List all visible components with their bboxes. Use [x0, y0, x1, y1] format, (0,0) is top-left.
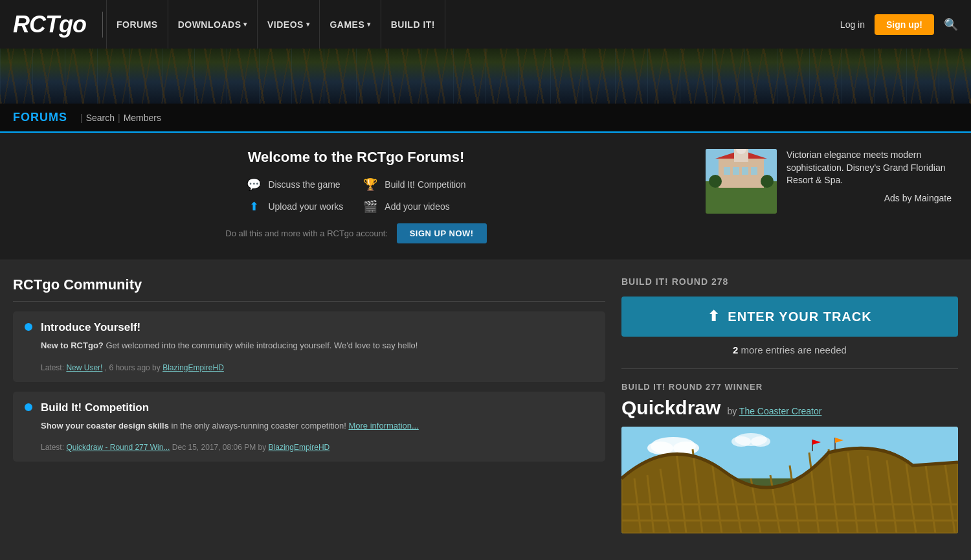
svg-rect-9	[742, 167, 748, 175]
buildit-round-label: BUILD IT! ROUND 278	[621, 276, 958, 287]
svg-point-16	[647, 442, 673, 454]
forum-active-indicator-buildit	[25, 403, 32, 411]
feature-upload: ⬆ Upload your works	[246, 199, 343, 214]
coaster-svg	[621, 427, 958, 533]
forum-more-info-link[interactable]: More information...	[348, 421, 418, 431]
subnav-members-link[interactable]: Members	[124, 113, 161, 123]
forum-card-introduce-yourself: Introduce Yourself! New to RCTgo? Get we…	[13, 311, 605, 382]
section-divider	[621, 368, 958, 369]
search-icon-button[interactable]: 🔍	[944, 17, 958, 32]
main-nav: FORUMS DOWNLOADS ▾ VIDEOS ▾ GAMES ▾ BUIL…	[106, 0, 840, 49]
latest-thread-buildit[interactable]: Quickdraw - Round 277 Win...	[66, 443, 170, 452]
feature-col-right: 🏆 Build It! Competition 🎬 Add your video…	[363, 177, 465, 214]
svg-point-11	[709, 175, 722, 188]
header-right: Log in Sign up! 🔍	[840, 14, 958, 35]
forum-card-buildit: Build It! Competition Show your coaster …	[13, 392, 605, 462]
dropdown-arrow-videos: ▾	[306, 21, 310, 28]
dropdown-arrow-games: ▾	[367, 21, 371, 28]
feature-col-left: 💬 Discuss the game ⬆ Upload your works	[246, 177, 343, 214]
signup-button[interactable]: Sign up!	[875, 14, 934, 35]
forum-desc-buildit: Show your coaster design skills in the o…	[41, 420, 594, 432]
buildit-icon: 🏆	[363, 177, 378, 192]
signup-now-button[interactable]: SIGN UP NOW!	[397, 223, 487, 243]
forum-desc-strong-buildit: Show your coaster design skills	[41, 421, 169, 431]
ads-by-label: Ads by Maingate	[787, 192, 952, 205]
cta-text: Do all this and more with a RCTgo accoun…	[225, 229, 388, 238]
svg-point-20	[751, 436, 770, 447]
entries-needed-text: 2 more entries are needed	[621, 344, 958, 355]
community-title: RCTgo Community	[13, 276, 605, 302]
entries-needed-suffix: more entries are needed	[741, 344, 847, 355]
discuss-label: Discuss the game	[268, 179, 340, 190]
latest-user-buildit[interactable]: BlazingEmpireHD	[269, 443, 330, 452]
ad-text-content: Victorian elegance meets modern sophisti…	[787, 149, 952, 210]
svg-rect-8	[733, 167, 739, 175]
latest-user-introduce[interactable]: BlazingEmpireHD	[162, 363, 224, 372]
forum-title-introduce[interactable]: Introduce Yourself!	[41, 321, 594, 334]
forum-latest-introduce: Latest: New User! , 6 hours ago by Blazi…	[41, 360, 594, 372]
welcome-ad: Victorian elegance meets modern sophisti…	[706, 149, 952, 243]
main-content: RCTgo Community Introduce Yourself! New …	[0, 260, 971, 550]
forums-subnav: FORUMS | Search | Members	[0, 104, 971, 133]
nav-divider	[102, 12, 103, 38]
svg-point-19	[731, 436, 751, 447]
upload-icon: ⬆	[246, 199, 262, 214]
feature-discuss: 💬 Discuss the game	[246, 177, 343, 192]
forums-title: FORUMS	[13, 111, 67, 124]
winner-coaster-image	[621, 427, 958, 533]
latest-thread-introduce[interactable]: New User!	[66, 363, 102, 372]
video-icon: 🎬	[363, 199, 378, 214]
feature-buildit: 🏆 Build It! Competition	[363, 177, 465, 192]
svg-point-12	[761, 175, 774, 188]
forum-latest-buildit: Latest: Quickdraw - Round 277 Win... Dec…	[41, 440, 594, 452]
enter-track-label: ENTER YOUR TRACK	[728, 309, 871, 324]
entries-count: 2	[733, 344, 738, 355]
enter-track-button[interactable]: ⬆ ENTER YOUR TRACK	[621, 297, 958, 337]
ad-image-content	[706, 149, 777, 214]
latest-label-buildit: Latest:	[41, 443, 64, 452]
login-link[interactable]: Log in	[840, 19, 865, 30]
site-logo[interactable]: RCTgo	[13, 11, 86, 38]
upload-track-icon: ⬆	[708, 308, 720, 325]
winner-user-link[interactable]: The Coaster Creator	[739, 406, 822, 416]
winner-by-label: by	[727, 406, 737, 416]
welcome-left: Welcome to the RCTgo Forums! 💬 Discuss t…	[19, 149, 693, 243]
welcome-section: Welcome to the RCTgo Forums! 💬 Discuss t…	[0, 133, 971, 260]
hero-background	[0, 49, 971, 104]
welcome-cta: Do all this and more with a RCTgo accoun…	[19, 223, 693, 243]
dropdown-arrow-downloads: ▾	[243, 21, 247, 28]
upload-label: Upload your works	[268, 201, 343, 212]
ad-description: Victorian elegance meets modern sophisti…	[787, 149, 952, 187]
latest-time-introduce: , 6 hours ago by	[105, 363, 161, 372]
discuss-icon: 💬	[246, 177, 262, 192]
site-header: RCTgo FORUMS DOWNLOADS ▾ VIDEOS ▾ GAMES …	[0, 0, 971, 49]
nav-videos[interactable]: VIDEOS ▾	[258, 0, 320, 49]
subnav-separator-1: |	[80, 113, 83, 123]
hero-banner	[0, 49, 971, 104]
latest-time-buildit: Dec 15, 2017, 08:06 PM by	[172, 443, 266, 452]
nav-games[interactable]: GAMES ▾	[320, 0, 381, 49]
forum-desc-text-buildit: in the only always-running coaster compe…	[172, 421, 349, 431]
svg-rect-10	[751, 167, 757, 175]
latest-label-introduce: Latest:	[41, 363, 64, 372]
winner-title-row: Quickdraw by The Coaster Creator	[621, 397, 958, 419]
buildit-label: Build It! Competition	[385, 179, 465, 190]
svg-rect-7	[724, 167, 730, 175]
welcome-features: 💬 Discuss the game ⬆ Upload your works 🏆…	[19, 177, 693, 214]
subnav-separator-2: |	[118, 113, 120, 123]
feature-videos: 🎬 Add your videos	[363, 199, 465, 214]
ad-image	[706, 149, 777, 214]
welcome-title: Welcome to the RCTgo Forums!	[19, 149, 693, 166]
subnav-search-link[interactable]: Search	[86, 113, 115, 123]
nav-downloads[interactable]: DOWNLOADS ▾	[168, 0, 258, 49]
left-column: RCTgo Community Introduce Yourself! New …	[13, 276, 621, 533]
forum-active-indicator	[25, 323, 32, 331]
nav-buildit[interactable]: BUILD IT!	[381, 0, 445, 49]
forum-card-content-buildit: Build It! Competition Show your coaster …	[25, 401, 594, 453]
forum-title-buildit[interactable]: Build It! Competition	[41, 401, 594, 414]
nav-forums[interactable]: FORUMS	[106, 0, 168, 49]
forum-desc-text-introduce: Get welcomed into the community while in…	[106, 341, 418, 350]
forum-card-content: Introduce Yourself! New to RCTgo? Get we…	[25, 321, 594, 372]
winner-by: by The Coaster Creator	[727, 406, 821, 416]
winner-round-label: BUILD IT! ROUND 277 WINNER	[621, 382, 958, 392]
